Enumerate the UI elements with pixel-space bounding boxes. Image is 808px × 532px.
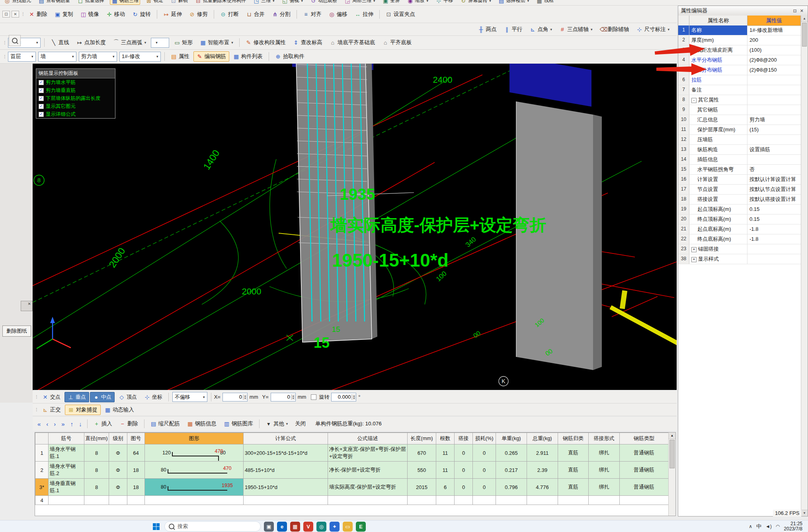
taskbar-app-icon[interactable]: ◎ bbox=[316, 522, 326, 532]
property-row[interactable]: 2厚度(mm)200 bbox=[678, 35, 801, 45]
toolbar-button[interactable]: ↻旋转 bbox=[129, 9, 154, 19]
property-row[interactable]: 7备注 bbox=[678, 85, 801, 95]
table-cell[interactable]: 0 bbox=[455, 462, 473, 479]
scroll-up-icon[interactable]: ▲ bbox=[801, 16, 808, 22]
table-cell[interactable]: 300+200-15+15*d-15+10*d bbox=[244, 444, 328, 462]
table-cell[interactable]: 净长+支座宽-保护层+弯折-保护层+设定弯折 bbox=[328, 444, 408, 462]
property-value[interactable]: 设置插筋 bbox=[747, 145, 801, 154]
table-cell[interactable]: 墙身水平钢筋.2 bbox=[49, 462, 84, 479]
table-cell[interactable] bbox=[244, 496, 328, 505]
table-cell[interactable]: 0 bbox=[455, 444, 473, 462]
property-row[interactable]: 22终点底标高(m)-1.8 bbox=[678, 234, 801, 244]
table-cell[interactable]: 4.776 bbox=[527, 479, 558, 496]
arc-options-select[interactable]: ▾ bbox=[151, 38, 169, 48]
row-number[interactable]: 4 bbox=[35, 496, 49, 505]
nav-arrow-icon[interactable]: » bbox=[59, 421, 67, 427]
table-cell[interactable]: 64 bbox=[127, 444, 145, 462]
toolbar-button[interactable]: ⊟批量删除未使用构件 bbox=[193, 0, 248, 5]
property-value[interactable]: 按默认搭接设置计算 bbox=[747, 195, 801, 204]
table-cell[interactable]: 8 bbox=[84, 444, 109, 462]
table-cell[interactable]: 2015 bbox=[408, 479, 436, 496]
toolbar-button[interactable]: ⊠锁定 bbox=[144, 0, 165, 5]
expand-icon[interactable]: + bbox=[691, 257, 697, 262]
toolbar-button[interactable]: ✛移动 bbox=[103, 9, 128, 19]
close-icon[interactable]: ✕ bbox=[27, 301, 32, 311]
close-icon[interactable]: ✕ bbox=[798, 8, 805, 14]
toolbar-button[interactable]: ▦线框 bbox=[535, 0, 555, 5]
toolbar-drag-handle[interactable]: ⁞ bbox=[36, 394, 37, 400]
column-header[interactable]: 钢筋类型 bbox=[620, 433, 669, 444]
display-option[interactable]: ✓下层墙体纵筋的露出长度 bbox=[36, 94, 115, 102]
scroll-down-icon[interactable]: ▼ bbox=[801, 510, 808, 516]
toolbar-button[interactable]: ▣复制 bbox=[51, 9, 76, 19]
dropdown-arrow-icon[interactable]: ▾ bbox=[373, 0, 375, 3]
table-cell[interactable]: 普通钢筋 bbox=[620, 479, 669, 496]
checkbox-checked-icon[interactable]: ✓ bbox=[39, 80, 44, 85]
property-value[interactable]: (100) bbox=[747, 45, 801, 55]
table-cell[interactable] bbox=[496, 496, 527, 505]
toolbar-drag-handle[interactable]: ⁞ bbox=[4, 40, 5, 46]
toolbar-select[interactable]: 墙▾ bbox=[38, 52, 76, 62]
table-cell[interactable] bbox=[455, 496, 473, 505]
rebar-toolbar-button[interactable]: ▤缩尺配筋 bbox=[147, 419, 183, 429]
table-cell[interactable] bbox=[84, 496, 109, 505]
toolbar-button[interactable]: ⌒三点画弧▾ bbox=[110, 37, 150, 48]
toolbar-drag-handle[interactable]: ⁞ bbox=[4, 54, 5, 60]
table-cell[interactable]: 0.796 bbox=[496, 479, 527, 496]
table-cell[interactable]: 直筋 bbox=[558, 479, 589, 496]
toolbar-button[interactable]: ⌂墙底平齐基础底 bbox=[326, 37, 379, 48]
row-number[interactable]: 1 bbox=[35, 444, 49, 462]
component-list-button[interactable]: ▦构件列表 bbox=[230, 51, 266, 62]
taskbar-app-icon[interactable]: ✦ bbox=[330, 522, 340, 532]
property-value[interactable]: 0.15 bbox=[747, 205, 801, 214]
column-header[interactable]: 损耗(%) bbox=[473, 433, 496, 444]
pin-icon[interactable]: ⊡ bbox=[792, 8, 798, 14]
rotate-checkbox[interactable] bbox=[311, 394, 316, 400]
toolbar-button[interactable]: ⊹平移 bbox=[434, 0, 455, 5]
toolbar-button[interactable]: ▣全屏 bbox=[381, 0, 402, 5]
table-cell[interactable] bbox=[589, 496, 620, 505]
property-value[interactable]: (2)Φ8@150 bbox=[747, 65, 801, 75]
table-cell[interactable]: Φ bbox=[109, 444, 127, 462]
table-cell[interactable]: 0.217 bbox=[496, 462, 527, 479]
property-value[interactable]: 200 bbox=[747, 35, 801, 45]
table-cell[interactable]: 8 bbox=[84, 462, 109, 479]
toolbar-button[interactable]: ◉缩放▾ bbox=[406, 0, 430, 5]
property-value[interactable] bbox=[747, 155, 801, 164]
taskbar-app-icon[interactable]: e bbox=[277, 522, 287, 532]
rebar-toolbar-button[interactable]: ▥钢筋图库 bbox=[221, 419, 256, 429]
table-cell[interactable]: Φ bbox=[109, 479, 127, 496]
checkbox-checked-icon[interactable]: ✓ bbox=[39, 112, 44, 117]
table-cell[interactable]: 0 bbox=[473, 462, 496, 479]
nav-arrow-icon[interactable]: ↓ bbox=[76, 421, 84, 427]
dropdown-arrow-icon[interactable]: ▾ bbox=[591, 27, 593, 31]
toolbar-button[interactable]: ↻屏幕旋转▾ bbox=[459, 0, 493, 5]
spinner-icons[interactable]: ▲▼ bbox=[243, 394, 247, 400]
taskbar-app-icon[interactable]: E bbox=[356, 522, 366, 532]
dropdown-arrow-icon[interactable]: ▾ bbox=[286, 422, 288, 426]
property-row[interactable]: 5垂直分布钢筋(2)Φ8@150 bbox=[678, 65, 801, 75]
property-value[interactable] bbox=[747, 105, 801, 115]
collapse-icon[interactable]: - bbox=[691, 98, 697, 103]
property-row[interactable]: 38+显示样式 bbox=[678, 254, 801, 264]
toolbar-button[interactable]: ◳三维▾ bbox=[252, 0, 276, 5]
property-row[interactable]: 8-其它属性 bbox=[678, 95, 801, 105]
toolbar-button[interactable]: ⊹尺寸标注▾ bbox=[633, 24, 673, 35]
table-cell[interactable] bbox=[328, 496, 408, 505]
display-option[interactable]: ✓剪力墙水平筋 bbox=[36, 78, 115, 86]
property-row[interactable]: 11保护层厚度(mm)(15) bbox=[678, 125, 801, 135]
row-number[interactable]: 2 bbox=[35, 462, 49, 479]
property-row[interactable]: 20终点顶标高(m)0.15 bbox=[678, 214, 801, 224]
table-cell[interactable] bbox=[436, 496, 455, 505]
column-header[interactable]: 级别 bbox=[109, 433, 127, 444]
table-cell[interactable]: 11 bbox=[436, 462, 455, 479]
checkbox-checked-icon[interactable]: ✓ bbox=[39, 96, 44, 101]
table-cell[interactable]: 墙实际高度-保护层+设定弯折 bbox=[328, 479, 408, 496]
row-number[interactable]: 3* bbox=[35, 479, 49, 496]
table-row[interactable]: 2墙身水平钢筋.28Φ1880470485-15+10*d净长-保护层+设定弯折… bbox=[35, 462, 669, 479]
mode-toggle-button[interactable]: ⊞对象捕捉 bbox=[65, 405, 101, 415]
table-cell[interactable]: 直筋 bbox=[558, 444, 589, 462]
property-row[interactable]: 18搭接设置按默认搭接设置计算 bbox=[678, 195, 801, 205]
toolbar-button[interactable]: ⊾点角▾ bbox=[526, 24, 555, 35]
table-cell[interactable]: 普通钢筋 bbox=[620, 462, 669, 479]
